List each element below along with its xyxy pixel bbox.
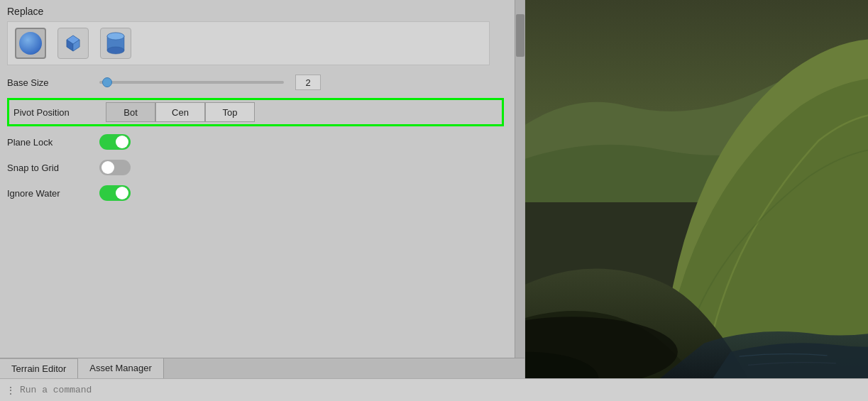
plane-lock-label: Plane Lock xyxy=(7,137,99,148)
command-bar: ⋮ xyxy=(0,378,868,401)
snap-to-grid-row: Snap to Grid xyxy=(7,158,507,177)
base-size-row: Base Size 2 xyxy=(7,72,507,92)
pivot-top-button[interactable]: Top xyxy=(205,102,255,122)
scrollbar-thumb xyxy=(516,14,524,57)
snap-to-grid-toggle[interactable] xyxy=(99,160,131,175)
bottom-tabs: Terrain Editor Asset Manager xyxy=(0,358,524,378)
ignore-water-knob xyxy=(116,187,128,199)
base-size-slider-container: 2 xyxy=(99,75,507,90)
shape-cylinder-button[interactable] xyxy=(100,28,131,59)
base-size-value: 2 xyxy=(295,75,321,90)
command-input[interactable] xyxy=(20,385,862,395)
terrain-viewport xyxy=(525,0,868,378)
shape-sphere-button[interactable] xyxy=(15,28,46,59)
cube-icon xyxy=(61,31,85,55)
plane-lock-knob xyxy=(116,136,128,148)
snap-to-grid-knob xyxy=(101,161,114,174)
replace-title: Replace xyxy=(7,6,507,17)
tab-asset-manager[interactable]: Asset Manager xyxy=(78,358,163,378)
panel-scrollbar[interactable] xyxy=(515,0,524,358)
svg-point-7 xyxy=(107,33,124,40)
slider-thumb xyxy=(102,77,112,87)
pivot-bot-button[interactable]: Bot xyxy=(106,102,155,122)
viewport[interactable] xyxy=(525,0,868,378)
shape-selector xyxy=(7,21,490,65)
pivot-position-buttons: Bot Cen Top xyxy=(106,102,255,122)
sphere-icon xyxy=(19,32,42,55)
snap-to-grid-label: Snap to Grid xyxy=(7,163,99,173)
command-dots-icon: ⋮ xyxy=(6,385,16,396)
pivot-position-label: Pivot Position xyxy=(13,107,106,118)
base-size-slider[interactable] xyxy=(99,81,284,84)
ignore-water-toggle[interactable] xyxy=(99,185,131,201)
plane-lock-row: Plane Lock xyxy=(7,132,507,152)
base-size-label: Base Size xyxy=(7,77,99,88)
cylinder-icon xyxy=(104,31,127,56)
shape-cube-button[interactable] xyxy=(57,28,89,59)
pivot-cen-button[interactable]: Cen xyxy=(155,102,205,122)
plane-lock-toggle[interactable] xyxy=(99,134,131,150)
ignore-water-label: Ignore Water xyxy=(7,188,99,199)
pivot-position-row: Pivot Position Bot Cen Top xyxy=(7,98,504,126)
tab-terrain-editor[interactable]: Terrain Editor xyxy=(0,358,78,378)
ignore-water-row: Ignore Water xyxy=(7,183,507,203)
svg-point-6 xyxy=(107,47,124,54)
